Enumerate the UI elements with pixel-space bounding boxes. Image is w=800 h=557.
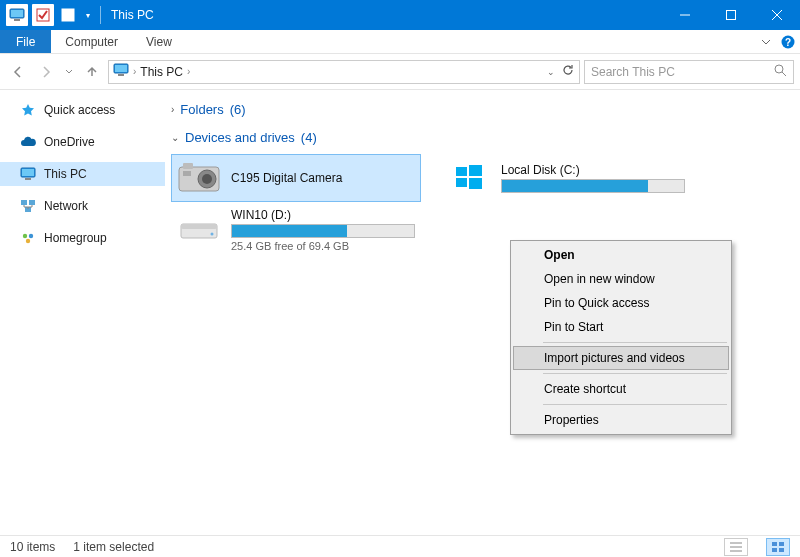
- cm-item-pin-quick-access[interactable]: Pin to Quick access: [513, 291, 729, 315]
- svg-point-36: [211, 233, 214, 236]
- svg-rect-1: [11, 10, 23, 17]
- forward-button[interactable]: [34, 60, 58, 84]
- drive-name: WIN10 (D:): [231, 208, 415, 222]
- details-view-button[interactable]: [724, 538, 748, 556]
- svg-point-22: [23, 234, 27, 238]
- section-count: (4): [301, 130, 317, 145]
- sidebar-item-label: Homegroup: [44, 231, 107, 245]
- sidebar-item-label: OneDrive: [44, 135, 95, 149]
- drive-name: C195 Digital Camera: [231, 171, 415, 185]
- svg-rect-4: [62, 9, 74, 21]
- homegroup-icon: [20, 230, 36, 246]
- svg-rect-41: [779, 542, 784, 546]
- svg-text:?: ?: [785, 37, 791, 48]
- minimize-button[interactable]: [662, 0, 708, 30]
- cm-separator: [543, 373, 727, 374]
- cm-item-import[interactable]: Import pictures and videos: [513, 346, 729, 370]
- sidebar-item-label: Quick access: [44, 103, 115, 117]
- cm-item-create-shortcut[interactable]: Create shortcut: [513, 377, 729, 401]
- tab-view[interactable]: View: [132, 30, 186, 53]
- file-tab[interactable]: File: [0, 30, 51, 53]
- search-placeholder: Search This PC: [591, 65, 774, 79]
- drive-usage-bar: [231, 224, 415, 238]
- svg-rect-6: [727, 11, 736, 20]
- svg-rect-35: [181, 224, 217, 229]
- cm-separator: [543, 342, 727, 343]
- cm-item-open-new-window[interactable]: Open in new window: [513, 267, 729, 291]
- address-bar[interactable]: › This PC › ⌄: [108, 60, 580, 84]
- svg-rect-12: [115, 65, 127, 72]
- svg-rect-18: [25, 178, 31, 180]
- onedrive-icon: [20, 134, 36, 150]
- back-button[interactable]: [6, 60, 30, 84]
- search-box[interactable]: Search This PC: [584, 60, 794, 84]
- quick-access-icon: [20, 102, 36, 118]
- svg-rect-17: [22, 169, 34, 176]
- section-label: Devices and drives: [185, 130, 295, 145]
- new-folder-qat-icon[interactable]: [58, 4, 80, 26]
- breadcrumb-root[interactable]: This PC: [140, 65, 183, 79]
- sidebar-item-onedrive[interactable]: OneDrive: [0, 130, 165, 154]
- close-button[interactable]: [754, 0, 800, 30]
- drive-icon: [177, 212, 221, 248]
- drive-win10-d[interactable]: WIN10 (D:) 25.4 GB free of 69.4 GB: [171, 202, 421, 258]
- tab-computer[interactable]: Computer: [51, 30, 132, 53]
- qat-separator: [100, 6, 101, 24]
- svg-rect-43: [779, 548, 784, 552]
- drive-free-text: 25.4 GB free of 69.4 GB: [231, 240, 415, 252]
- svg-line-15: [782, 72, 786, 76]
- breadcrumb-sep[interactable]: ›: [133, 66, 136, 77]
- refresh-icon[interactable]: [561, 63, 575, 80]
- svg-point-24: [26, 239, 30, 243]
- sidebar-item-label: This PC: [44, 167, 87, 181]
- drive-camera[interactable]: C195 Digital Camera: [171, 154, 421, 202]
- address-history-icon[interactable]: ⌄: [543, 67, 559, 77]
- window-titlebar: ▾ This PC: [0, 0, 800, 30]
- sidebar-item-this-pc[interactable]: This PC: [0, 162, 165, 186]
- cm-item-properties[interactable]: Properties: [513, 408, 729, 432]
- maximize-button[interactable]: [708, 0, 754, 30]
- cm-item-pin-start[interactable]: Pin to Start: [513, 315, 729, 339]
- svg-point-14: [775, 65, 783, 73]
- drive-usage-bar: [501, 179, 685, 193]
- svg-rect-20: [29, 200, 35, 205]
- navigation-pane: Quick access OneDrive This PC Network Ho…: [0, 90, 165, 535]
- sidebar-item-homegroup[interactable]: Homegroup: [0, 226, 165, 250]
- svg-rect-13: [118, 74, 124, 76]
- drive-name: Local Disk (C:): [501, 163, 685, 177]
- status-item-count: 10 items: [10, 540, 55, 554]
- ribbon-tabs: File Computer View ?: [0, 30, 800, 54]
- sidebar-item-network[interactable]: Network: [0, 194, 165, 218]
- sidebar-item-quick-access[interactable]: Quick access: [0, 98, 165, 122]
- svg-rect-2: [14, 19, 20, 21]
- tiles-view-button[interactable]: [766, 538, 790, 556]
- up-button[interactable]: [80, 60, 104, 84]
- svg-point-28: [202, 174, 212, 184]
- drive-local-c[interactable]: Local Disk (C:): [441, 154, 691, 202]
- svg-rect-30: [456, 167, 467, 176]
- recent-locations-icon[interactable]: [62, 60, 76, 84]
- properties-qat-icon[interactable]: [32, 4, 54, 26]
- cm-item-open[interactable]: Open: [513, 243, 729, 267]
- main-content: › Folders (6) ⌄ Devices and drives (4) C…: [165, 90, 800, 535]
- expand-ribbon-icon[interactable]: [756, 30, 776, 53]
- section-label: Folders: [180, 102, 223, 117]
- this-pc-qat-icon[interactable]: [6, 4, 28, 26]
- svg-rect-31: [469, 165, 482, 176]
- quick-access-toolbar: ▾: [0, 4, 101, 26]
- svg-rect-32: [456, 178, 467, 187]
- section-devices[interactable]: ⌄ Devices and drives (4): [165, 126, 800, 148]
- qat-dropdown-icon[interactable]: ▾: [84, 11, 92, 20]
- svg-point-23: [29, 234, 33, 238]
- svg-rect-29: [183, 171, 191, 176]
- window-title: This PC: [111, 8, 154, 22]
- sidebar-item-label: Network: [44, 199, 88, 213]
- this-pc-address-icon: [113, 63, 129, 80]
- breadcrumb-sep[interactable]: ›: [187, 66, 190, 77]
- navigation-row: › This PC › ⌄ Search This PC: [0, 54, 800, 90]
- chevron-right-icon: ›: [171, 104, 174, 115]
- section-folders[interactable]: › Folders (6): [165, 98, 800, 120]
- camera-icon: [177, 160, 221, 196]
- chevron-down-icon: ⌄: [171, 132, 179, 143]
- help-icon[interactable]: ?: [776, 30, 800, 54]
